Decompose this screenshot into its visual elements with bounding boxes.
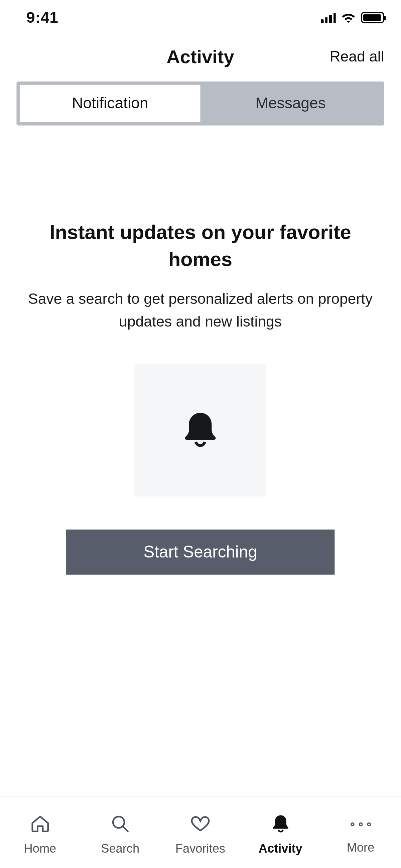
status-bar: 9:41 [0, 0, 401, 32]
app-screen: 9:41 Activity Read all Notification Mess… [0, 0, 401, 868]
tab-label: Search [101, 841, 140, 856]
search-icon [110, 813, 131, 836]
tab-label: More [347, 840, 375, 855]
empty-title: Instant updates on your favorite homes [17, 219, 384, 273]
screen-header: Activity Read all [0, 32, 401, 82]
empty-state: Instant updates on your favorite homes S… [0, 126, 401, 575]
tab-search[interactable]: Search [80, 813, 160, 856]
tab-more[interactable]: More [320, 814, 401, 855]
bell-icon [270, 813, 291, 836]
tab-label: Activity [259, 841, 302, 856]
tab-favorites[interactable]: Favorites [160, 813, 241, 856]
battery-icon [361, 12, 384, 23]
segmented-control: Notification Messages [17, 82, 384, 126]
segmented-container: Notification Messages [0, 82, 401, 126]
status-time: 9:41 [26, 9, 59, 26]
tab-label: Home [24, 841, 57, 856]
start-searching-button[interactable]: Start Searching [66, 530, 335, 575]
tab-messages[interactable]: Messages [201, 85, 381, 122]
bell-icon [180, 407, 221, 454]
heart-icon [190, 813, 211, 836]
more-icon [350, 814, 371, 835]
svg-line-1 [123, 826, 128, 831]
tab-label: Favorites [176, 841, 225, 856]
tab-notification[interactable]: Notification [20, 85, 200, 122]
tab-home[interactable]: Home [0, 813, 80, 856]
read-all-button[interactable]: Read all [330, 48, 384, 65]
empty-subtitle: Save a search to get personalized alerts… [17, 288, 384, 333]
empty-illustration [134, 365, 266, 497]
bottom-tab-bar: Home Search Favorites Activity More [0, 797, 401, 868]
tab-activity[interactable]: Activity [240, 813, 320, 856]
cellular-icon [321, 12, 336, 23]
wifi-icon [341, 12, 356, 23]
status-indicators [321, 12, 384, 23]
page-title: Activity [166, 46, 234, 67]
home-icon [30, 813, 51, 836]
